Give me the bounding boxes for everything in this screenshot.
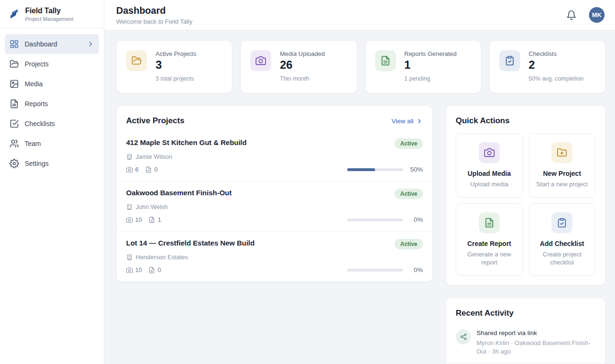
- client-name: John Welsh: [136, 203, 168, 210]
- clipboard-check-icon: [551, 212, 572, 233]
- camera-icon: [126, 267, 133, 273]
- media-count: 10: [126, 266, 142, 273]
- project-name: Oakwood Basement Finish-Out: [126, 189, 232, 197]
- sidebar-item-label: Projects: [25, 60, 49, 68]
- share-icon: [456, 329, 471, 345]
- folder-open-icon: [9, 59, 19, 69]
- brand-name: Field Tally: [25, 7, 73, 15]
- progress-bar: [347, 269, 403, 272]
- quick-actions-title: Quick Actions: [456, 116, 510, 126]
- file-text-icon: [148, 267, 155, 273]
- status-badge: Active: [395, 138, 423, 149]
- sidebar-item-label: Team: [25, 140, 41, 147]
- action-label: Add Checklist: [540, 240, 584, 247]
- progress-bar: [347, 218, 403, 221]
- stat-sub: 50% avg. completion: [529, 75, 584, 82]
- client-name: Jamie Wilson: [136, 153, 172, 160]
- brand: Field Tally Project Management: [0, 0, 104, 28]
- view-all-label: View all: [392, 118, 413, 125]
- file-text-icon: [479, 212, 500, 233]
- report-count: 0: [145, 166, 157, 173]
- file-text-icon: [148, 217, 155, 223]
- sidebar-item-label: Checklists: [25, 120, 55, 127]
- file-text-icon: [375, 50, 396, 71]
- stat-value: 2: [529, 58, 584, 72]
- notification-bell-icon[interactable]: [566, 10, 577, 20]
- sidebar-item-label: Settings: [25, 160, 49, 167]
- active-projects-card: Active Projects View all 412 Maple St Ki…: [116, 105, 433, 282]
- stat-label: Media Uploaded: [280, 50, 325, 57]
- activity-item: Shared report via link Myron Kirlin · Oa…: [446, 324, 605, 364]
- report-count: 0: [148, 266, 161, 273]
- building-icon: [126, 204, 133, 210]
- stat-sub: This month: [280, 75, 325, 82]
- stat-label: Active Projects: [156, 50, 196, 57]
- clipboard-check-icon: [499, 50, 520, 71]
- sidebar-item-checklists[interactable]: Checklists: [5, 114, 99, 134]
- create-report-button[interactable]: Create Report Generate a new report: [456, 203, 523, 276]
- sidebar-item-reports[interactable]: Reports: [5, 94, 99, 114]
- client-name: Henderson Estates: [136, 254, 188, 261]
- view-all-link[interactable]: View all: [392, 118, 423, 125]
- stats-row: Active Projects 3 3 total projects Media…: [116, 40, 606, 93]
- project-row[interactable]: Oakwood Basement Finish-Out Active John …: [117, 181, 432, 231]
- new-project-button[interactable]: New Project Start a new project: [529, 133, 596, 198]
- action-sub: Create project checklist: [535, 250, 590, 267]
- main-area: Dashboard Welcome back to Field Tally MK…: [104, 0, 615, 364]
- media-count: 6: [126, 166, 138, 173]
- stat-card-checklists: Checklists 2 50% avg. completion: [489, 40, 606, 93]
- dashboard-content: Active Projects 3 3 total projects Media…: [104, 30, 615, 364]
- building-icon: [126, 254, 133, 261]
- sidebar-item-settings[interactable]: Settings: [5, 154, 99, 173]
- stat-value: 26: [280, 58, 325, 72]
- status-badge: Active: [395, 189, 423, 199]
- chevron-right-icon: [416, 118, 423, 125]
- image-icon: [9, 79, 19, 89]
- sidebar-item-team[interactable]: Team: [5, 134, 99, 154]
- dashboard-icon: [9, 39, 19, 49]
- topbar: Dashboard Welcome back to Field Tally MK: [104, 0, 615, 30]
- stat-value: 1: [404, 58, 457, 72]
- action-label: New Project: [543, 170, 581, 177]
- camera-icon: [126, 217, 133, 223]
- progress-label: 0%: [410, 216, 423, 223]
- folder-plus-icon: [551, 142, 572, 163]
- camera-icon: [126, 166, 133, 173]
- stat-value: 3: [156, 58, 196, 72]
- upload-media-button[interactable]: Upload Media Upload media: [456, 133, 523, 198]
- active-projects-title: Active Projects: [126, 116, 184, 126]
- chevron-right-icon: [87, 40, 94, 48]
- stat-label: Reports Generated: [404, 50, 457, 57]
- sidebar-item-label: Media: [25, 80, 43, 88]
- sidebar-item-dashboard[interactable]: Dashboard: [5, 34, 99, 54]
- add-checklist-button[interactable]: Add Checklist Create project checklist: [529, 203, 596, 276]
- stat-card-reports-generated: Reports Generated 1 1 pending: [365, 40, 481, 93]
- project-row[interactable]: 412 Maple St Kitchen Gut & Rebuild Activ…: [117, 131, 432, 181]
- status-badge: Active: [395, 239, 423, 249]
- progress-label: 0%: [410, 266, 423, 273]
- avatar[interactable]: MK: [589, 7, 605, 23]
- sidebar-item-media[interactable]: Media: [5, 74, 99, 94]
- folder-open-icon: [126, 50, 147, 71]
- file-text-icon: [9, 99, 19, 109]
- action-label: Create Report: [467, 240, 511, 247]
- sidebar-item-projects[interactable]: Projects: [5, 54, 99, 74]
- progress-label: 50%: [410, 166, 423, 173]
- recent-activity-title: Recent Activity: [456, 309, 514, 318]
- project-row[interactable]: Lot 14 — Crestfield Estates New Build Ac…: [117, 231, 432, 282]
- project-name: Lot 14 — Crestfield Estates New Build: [126, 239, 255, 247]
- activity-meta: Myron Kirlin · Oakwood Basement Finish-O…: [477, 339, 596, 357]
- stat-sub: 3 total projects: [156, 75, 196, 82]
- sidebar-item-label: Dashboard: [25, 40, 57, 48]
- camera-icon: [250, 50, 271, 71]
- brand-tagline: Project Management: [25, 16, 73, 22]
- users-icon: [9, 139, 19, 148]
- check-square-icon: [9, 119, 19, 128]
- action-sub: Generate a new report: [462, 250, 517, 267]
- action-sub: Upload media: [470, 180, 508, 189]
- action-sub: Start a new project: [536, 180, 587, 189]
- activity-title: Shared report via link: [477, 329, 596, 337]
- action-label: Upload Media: [468, 170, 511, 177]
- media-count: 10: [126, 216, 142, 223]
- page-subtitle: Welcome back to Field Tally: [116, 18, 193, 25]
